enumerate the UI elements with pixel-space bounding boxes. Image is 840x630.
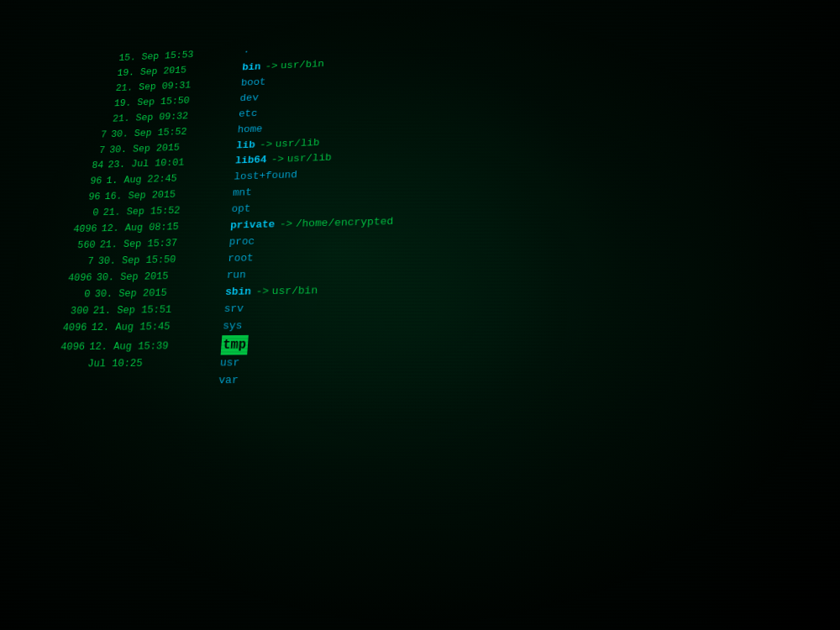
file-size (73, 76, 113, 77)
file-size: 300 (45, 303, 89, 320)
symlink-target: /home/encrypted (295, 214, 393, 234)
file-size (71, 91, 112, 92)
terminal-window: 15. Sep 15:53 · 19. Sep 2015 bin -> usr/… (0, 0, 840, 630)
file-name: var (218, 372, 239, 390)
file-size: 560 (53, 238, 96, 255)
file-name: run (226, 267, 246, 284)
file-date (86, 384, 213, 385)
file-size: 84 (62, 158, 104, 174)
file-name: lib (236, 138, 256, 155)
file-name: lost+found (234, 168, 298, 186)
file-date: 21. Sep 15:37 (99, 234, 223, 253)
file-date: 12. Aug 15:39 (88, 338, 215, 355)
symlink-arrow: -> (270, 152, 284, 169)
file-date: 21. Sep 15:51 (92, 301, 218, 318)
file-size: 7 (51, 254, 94, 270)
file-size: 0 (56, 206, 99, 223)
file-name: mnt (232, 185, 252, 202)
file-name: lib64 (234, 153, 267, 170)
file-size: 7 (64, 143, 106, 159)
file-size: 4096 (42, 339, 86, 355)
file-size (75, 60, 114, 62)
file-name: usr (219, 355, 240, 373)
file-size: 7 (66, 128, 108, 144)
file-date: 12. Aug 15:45 (91, 318, 218, 336)
terminal-content: 15. Sep 15:53 · 19. Sep 2015 bin -> usr/… (0, 1, 840, 630)
symlink-arrow: -> (265, 59, 278, 75)
symlink-target: usr/lib (286, 150, 332, 168)
file-name: sbin (224, 284, 251, 302)
file-date: 30. Sep 2015 (94, 284, 220, 302)
file-date: 30. Sep 15:50 (97, 251, 223, 270)
file-size: 96 (60, 174, 103, 190)
symlink-arrow: -> (279, 217, 293, 234)
symlink-arrow: -> (255, 283, 270, 300)
file-name: private (229, 217, 275, 234)
file-size: 96 (58, 190, 101, 207)
file-name: home (237, 121, 263, 138)
file-date: 30. Sep 2015 (96, 268, 221, 286)
file-size: 4096 (55, 222, 97, 239)
file-name: root (227, 250, 254, 267)
file-date: Jul 10:25 (87, 355, 214, 373)
file-name-highlighted: tmp (221, 334, 249, 355)
file-name: sys (222, 318, 243, 335)
file-size (70, 106, 110, 108)
symlink-target: usr/bin (280, 57, 324, 75)
file-size: 4096 (44, 319, 87, 336)
symlink-target: usr/lib (275, 135, 320, 153)
file-name: proc (228, 234, 255, 250)
file-name: · (243, 45, 250, 60)
file-name: boot (240, 75, 266, 92)
file-date: 12. Aug 08:15 (101, 218, 225, 237)
symlink-arrow: -> (260, 137, 273, 153)
file-name: dev (239, 91, 259, 107)
file-name: srv (223, 301, 244, 318)
symlink-target: usr/bin (271, 283, 318, 301)
file-name: bin (242, 60, 261, 76)
file-size: 4096 (50, 270, 93, 286)
file-name: etc (238, 106, 258, 122)
list-item: var (38, 370, 838, 391)
file-name: opt (231, 202, 251, 218)
file-size: 0 (48, 286, 92, 303)
file-size (67, 122, 108, 123)
